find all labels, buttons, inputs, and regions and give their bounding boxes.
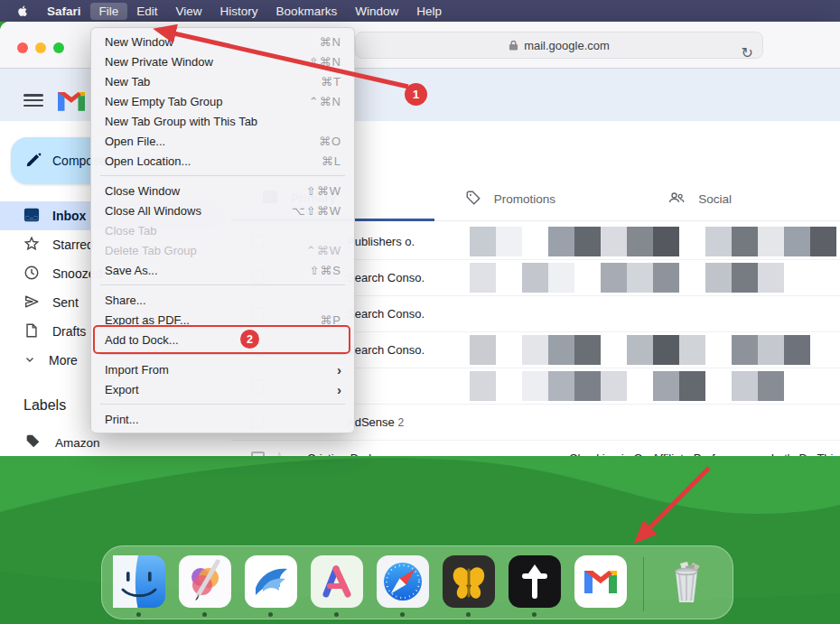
menubar-item-edit[interactable]: Edit	[127, 3, 166, 20]
file-menu-item-close-all-windows[interactable]: Close All Windows⌥⇧⌘W	[91, 200, 354, 220]
menu-item-label: Share...	[105, 293, 146, 307]
menubar-item-window[interactable]: Window	[346, 3, 407, 20]
menu-item-shortcut: ⇧⌘S	[309, 264, 341, 277]
minimize-window-button[interactable]	[35, 42, 46, 53]
annotation-frame	[93, 325, 350, 354]
address-bar[interactable]: mail.google.com ↻	[355, 32, 763, 59]
tab-promotions[interactable]: Promotions	[434, 177, 638, 221]
menu-item-label: Import From	[105, 363, 169, 377]
file-menu-item-add-to-dock[interactable]: Add to Dock...2	[91, 330, 354, 349]
dock-separator	[643, 557, 644, 611]
file-menu-item-save-as[interactable]: Save As...⇧⌘S	[91, 260, 354, 280]
redacted-content	[470, 263, 836, 293]
menubar-item-bookmarks[interactable]: Bookmarks	[267, 3, 347, 20]
menu-item-label: New Tab	[105, 75, 150, 88]
running-indicator-dot	[268, 612, 273, 617]
redacted-content	[470, 227, 836, 256]
file-menu-panel: New Window⌘NNew Private Window⇧⌘NNew Tab…	[90, 27, 355, 433]
menu-item-shortcut: ⌃⌘N	[309, 95, 341, 108]
tab-social[interactable]: Social	[637, 177, 840, 221]
file-menu-item-import-from[interactable]: Import From›	[91, 359, 354, 379]
menu-item-label: New Window	[105, 35, 173, 49]
dock-icon-a-app[interactable]	[311, 555, 363, 619]
email-sender: Publishers o.	[347, 235, 415, 248]
menubar-item-safari[interactable]: Safari	[38, 3, 90, 20]
file-menu-item-print[interactable]: Print...	[91, 409, 354, 429]
running-indicator-dot	[532, 612, 537, 617]
menu-item-shortcut: ⌘T	[321, 75, 341, 88]
dock-icon-finder[interactable]	[113, 555, 165, 619]
menu-item-shortcut: ⇧⌘W	[306, 184, 341, 198]
file-menu-item-new-empty-tab-group[interactable]: New Empty Tab Group⌃⌘N	[91, 91, 354, 111]
close-window-button[interactable]	[17, 42, 28, 53]
menubar-item-file[interactable]: File	[90, 3, 128, 20]
pencil-icon	[25, 152, 42, 171]
file-menu-item-new-tab-group-with-this-tab[interactable]: New Tab Group with This Tab	[91, 111, 354, 131]
draft-icon	[23, 322, 40, 341]
apple-menu-icon[interactable]	[0, 4, 38, 18]
running-indicator-dot	[466, 612, 471, 617]
tab-label: Social	[698, 192, 732, 206]
menu-item-shortcut: ⌃⌘W	[306, 244, 341, 257]
menu-item-label: Print...	[105, 413, 139, 426]
submenu-chevron-icon: ›	[337, 383, 341, 396]
running-indicator-dot	[334, 612, 339, 617]
sidebar-label-amazon[interactable]: Amazon	[0, 428, 100, 456]
menu-item-label: New Private Window	[105, 55, 213, 69]
url-text: mail.google.com	[524, 39, 610, 52]
sidebar-item-label: Drafts	[52, 324, 86, 339]
tag-icon	[25, 433, 41, 452]
inbox-icon	[23, 207, 40, 226]
email-sender: Search Conso.	[347, 271, 425, 284]
file-menu-item-share[interactable]: Share...	[91, 290, 354, 310]
menu-separator	[100, 284, 345, 285]
menu-separator	[100, 175, 345, 176]
star-icon[interactable]: ☆	[273, 449, 285, 456]
people-icon	[667, 190, 686, 209]
menubar-item-help[interactable]: Help	[407, 3, 451, 20]
sidebar-item-label: Sent	[52, 295, 79, 310]
file-menu-item-export[interactable]: Export›	[91, 379, 354, 399]
menu-item-label: Close Window	[105, 184, 180, 198]
dock-icon-t-app[interactable]	[509, 555, 561, 619]
menu-item-label: Save As...	[105, 264, 158, 277]
running-indicator-dot	[202, 612, 207, 617]
menu-item-label: Close All Windows	[105, 204, 201, 218]
file-menu-item-new-tab[interactable]: New Tab⌘T	[91, 71, 354, 91]
dock-icon-gmail[interactable]	[574, 555, 627, 619]
redacted-content	[470, 335, 836, 365]
email-sender: AdSense 2	[347, 415, 404, 429]
tag-icon	[465, 190, 481, 209]
file-menu-item-new-window[interactable]: New Window⌘N	[91, 32, 354, 51]
file-menu-item-new-private-window[interactable]: New Private Window⇧⌘N	[91, 51, 354, 71]
sidebar-item-label: More	[49, 353, 78, 368]
reload-icon[interactable]: ↻	[742, 46, 753, 61]
menubar-item-history[interactable]: History	[211, 3, 267, 20]
menu-separator	[100, 404, 345, 405]
menu-item-shortcut: ⌘L	[322, 154, 341, 168]
file-menu-item-open-file[interactable]: Open File...⌘O	[91, 131, 354, 151]
running-indicator-dot	[400, 612, 405, 617]
annotation-badge-2: 2	[240, 330, 259, 349]
gmail-logo	[58, 88, 85, 118]
send-icon	[23, 293, 40, 312]
email-row[interactable]: ☆Cristina De LeonChecking in On Affiliat…	[231, 441, 840, 456]
zoom-window-button[interactable]	[53, 42, 64, 53]
file-menu-item-open-location[interactable]: Open Location...⌘L	[91, 151, 354, 171]
menu-item-shortcut: ⌘O	[319, 135, 341, 148]
file-menu-item-close-window[interactable]: Close Window⇧⌘W	[91, 181, 354, 200]
email-sender: Search Conso.	[347, 343, 425, 357]
dock-icon-safari[interactable]	[377, 555, 429, 619]
menubar-item-view[interactable]: View	[167, 3, 211, 20]
menu-item-label: New Empty Tab Group	[105, 95, 223, 108]
hamburger-menu-icon[interactable]	[23, 94, 43, 107]
sidebar-item-label: Starred	[52, 237, 94, 252]
star-icon	[23, 236, 40, 255]
dock-icon-trash[interactable]	[660, 555, 713, 619]
email-sender: Search Conso.	[347, 307, 425, 321]
dock-icon-bird[interactable]	[245, 555, 297, 619]
running-indicator-dot	[136, 612, 141, 617]
labels-heading: Labels	[23, 397, 66, 414]
dock-icon-pixelmator[interactable]	[179, 555, 231, 619]
dock-icon-butterfly[interactable]	[443, 555, 495, 619]
